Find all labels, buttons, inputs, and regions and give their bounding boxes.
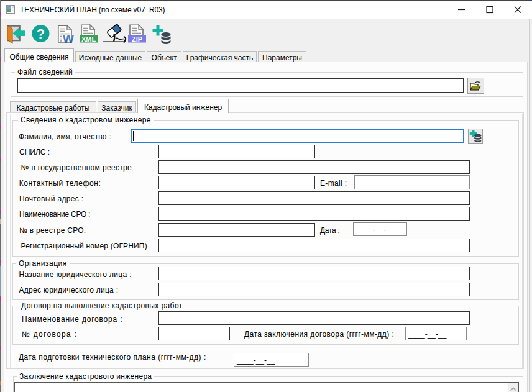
svg-text:W: W	[63, 32, 74, 43]
svg-text:?: ?	[37, 26, 45, 42]
svg-text:ZIP: ZIP	[132, 35, 142, 43]
svg-text:XML: XML	[81, 35, 96, 43]
